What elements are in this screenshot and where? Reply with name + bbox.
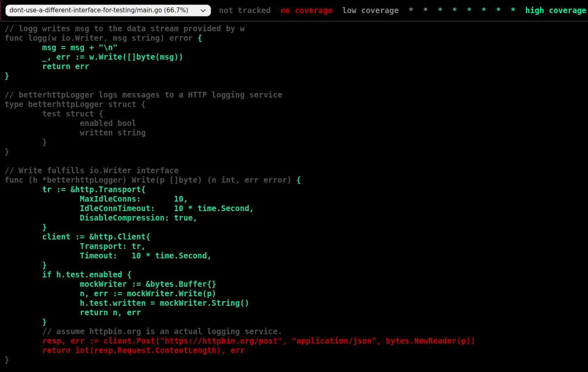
legend-cov5: * xyxy=(452,6,457,15)
topbar: dont-use-a-different-interface-for-testi… xyxy=(0,0,588,21)
code-segment: // betterhttpLogger logs messages to a H… xyxy=(5,90,282,99)
code-segment: if h.test.enabled { xyxy=(5,270,132,279)
code-segment: Transport: tr, xyxy=(5,242,146,251)
coverage-legend: not trackedno coveragelow coverage******… xyxy=(214,6,588,15)
legend-untracked: not tracked xyxy=(219,6,271,15)
code-segment: IdleConnTimeout: 10 * time.Second, xyxy=(5,204,254,213)
legend-cov6: * xyxy=(467,6,472,15)
code-segment: } xyxy=(5,147,9,156)
window-edge-artifact xyxy=(0,0,1,21)
code-segment: h.test.written = mockWriter.String() xyxy=(5,298,249,307)
legend-cov3: * xyxy=(423,6,428,15)
legend-cov7: * xyxy=(481,6,486,15)
code-segment: DisableCompression: true, xyxy=(5,213,198,222)
legend-cov10: high coverage xyxy=(525,6,587,15)
code-segment: tr := &http.Transport{ xyxy=(5,185,146,194)
code-segment: } xyxy=(5,317,47,326)
legend-cov2: * xyxy=(409,6,413,15)
code-segment: msg = msg + "\n" xyxy=(5,43,118,52)
code-segment: { xyxy=(198,33,202,42)
code-segment: func logg(w io.Writer, msg string) error xyxy=(5,33,198,42)
legend-cov8: * xyxy=(496,6,501,15)
content: // logg writes msg to the data stream pr… xyxy=(0,24,588,365)
code-segment: // Write fulfills io.Writer interface xyxy=(5,166,179,175)
code-segment: enabled bool xyxy=(5,119,136,128)
legend-cov1: low coverage xyxy=(342,6,399,15)
code-segment: return err xyxy=(5,62,89,71)
legend-cov9: * xyxy=(511,6,515,15)
code-segment: n, err := mockWriter.Write(p) xyxy=(5,289,216,298)
code-segment: resp, err := client.Post("https://httpbi… xyxy=(5,336,475,345)
code-segment: } xyxy=(5,260,47,270)
code-segment: } xyxy=(5,137,47,146)
code-segment: { xyxy=(296,175,301,184)
code-segment: func (h *betterhttpLogger) Write(p []byt… xyxy=(5,175,296,184)
legend-cov0: no coverage xyxy=(281,6,332,15)
source-code: // logg writes msg to the data stream pr… xyxy=(5,24,588,365)
code-segment: } xyxy=(5,71,9,80)
code-segment: } xyxy=(5,355,9,364)
code-segment: written string xyxy=(5,128,146,137)
code-segment: client := &http.Client{ xyxy=(5,232,151,241)
code-segment: _, err := w.Write([]byte(msg)) xyxy=(5,52,184,61)
file-selector-wrapper: dont-use-a-different-interface-for-testi… xyxy=(5,5,211,16)
legend-cov4: * xyxy=(438,6,442,15)
code-segment: // assume httpbin.org is an actual loggi… xyxy=(5,327,282,336)
code-segment: } xyxy=(5,223,47,232)
code-segment: test struct { xyxy=(5,109,103,118)
code-segment: type betterhttpLogger struct { xyxy=(5,100,146,109)
file-selector[interactable]: dont-use-a-different-interface-for-testi… xyxy=(5,5,211,16)
code-segment: Timeout: 10 * time.Second, xyxy=(5,251,211,260)
code-segment: mockWriter := &bytes.Buffer{} xyxy=(5,279,216,288)
code-segment: return int(resp.Request.ContentLength), … xyxy=(5,346,244,355)
code-segment: return n, err xyxy=(5,308,141,317)
code-segment: MaxIdleConns: 10, xyxy=(5,194,188,203)
code-segment: // logg writes msg to the data stream pr… xyxy=(5,24,244,33)
